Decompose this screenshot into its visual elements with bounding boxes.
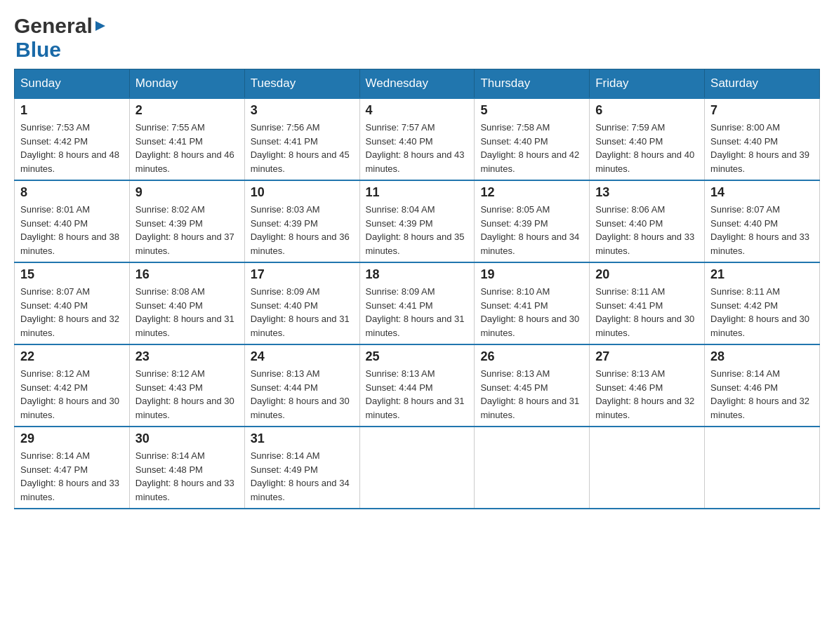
day-info: Sunrise: 8:10 AMSunset: 4:41 PMDaylight:… [480, 286, 579, 338]
day-info: Sunrise: 8:11 AMSunset: 4:42 PMDaylight:… [710, 286, 809, 338]
day-info: Sunrise: 8:09 AMSunset: 4:41 PMDaylight:… [366, 286, 465, 338]
calendar-cell: 4 Sunrise: 7:57 AMSunset: 4:40 PMDayligh… [359, 98, 475, 180]
calendar-cell: 6 Sunrise: 7:59 AMSunset: 4:40 PMDayligh… [590, 98, 705, 180]
calendar-cell: 22 Sunrise: 8:12 AMSunset: 4:42 PMDaylig… [15, 344, 130, 427]
day-number: 26 [480, 349, 583, 364]
calendar-cell: 31 Sunrise: 8:14 AMSunset: 4:49 PMDaylig… [244, 427, 359, 509]
day-number: 8 [20, 185, 124, 200]
weekday-header-row: SundayMondayTuesdayWednesdayThursdayFrid… [15, 69, 820, 99]
calendar-cell: 2 Sunrise: 7:55 AMSunset: 4:41 PMDayligh… [129, 98, 244, 180]
day-number: 30 [135, 431, 239, 446]
day-info: Sunrise: 7:59 AMSunset: 4:40 PMDaylight:… [595, 122, 694, 174]
calendar-cell: 7 Sunrise: 8:00 AMSunset: 4:40 PMDayligh… [705, 98, 820, 180]
calendar-cell: 13 Sunrise: 8:06 AMSunset: 4:40 PMDaylig… [590, 180, 705, 262]
day-info: Sunrise: 8:13 AMSunset: 4:44 PMDaylight:… [366, 368, 465, 420]
day-number: 7 [710, 103, 814, 118]
calendar-cell: 25 Sunrise: 8:13 AMSunset: 4:44 PMDaylig… [359, 344, 475, 427]
day-info: Sunrise: 8:13 AMSunset: 4:45 PMDaylight:… [480, 368, 579, 420]
day-number: 17 [251, 267, 354, 282]
svg-marker-0 [95, 21, 105, 31]
day-info: Sunrise: 8:08 AMSunset: 4:40 PMDaylight:… [135, 286, 234, 338]
day-number: 15 [20, 267, 124, 282]
weekday-header-tuesday: Tuesday [244, 69, 359, 99]
day-number: 3 [251, 103, 354, 118]
day-number: 11 [366, 185, 469, 200]
calendar-cell: 20 Sunrise: 8:11 AMSunset: 4:41 PMDaylig… [590, 262, 705, 344]
day-number: 9 [135, 185, 239, 200]
calendar-cell: 23 Sunrise: 8:12 AMSunset: 4:43 PMDaylig… [129, 344, 244, 427]
day-info: Sunrise: 8:07 AMSunset: 4:40 PMDaylight:… [710, 204, 809, 256]
day-number: 13 [595, 185, 699, 200]
day-info: Sunrise: 8:06 AMSunset: 4:40 PMDaylight:… [595, 204, 694, 256]
page-header: General Blue [14, 14, 820, 62]
day-number: 21 [710, 267, 814, 282]
day-number: 20 [595, 267, 699, 282]
calendar-cell: 3 Sunrise: 7:56 AMSunset: 4:41 PMDayligh… [244, 98, 359, 180]
calendar-cell [359, 427, 475, 509]
logo-blue-text: Blue [15, 38, 61, 61]
day-info: Sunrise: 8:01 AMSunset: 4:40 PMDaylight:… [20, 204, 119, 256]
day-number: 28 [710, 349, 814, 364]
calendar-cell: 29 Sunrise: 8:14 AMSunset: 4:47 PMDaylig… [15, 427, 130, 509]
weekday-header-friday: Friday [590, 69, 705, 99]
day-info: Sunrise: 8:11 AMSunset: 4:41 PMDaylight:… [595, 286, 694, 338]
logo-general-text: General [14, 14, 93, 38]
day-info: Sunrise: 7:58 AMSunset: 4:40 PMDaylight:… [480, 122, 579, 174]
calendar-cell [705, 427, 820, 509]
day-number: 5 [480, 103, 583, 118]
day-number: 19 [480, 267, 583, 282]
day-info: Sunrise: 8:14 AMSunset: 4:48 PMDaylight:… [135, 450, 234, 502]
day-number: 4 [366, 103, 469, 118]
logo-arrow-icon [94, 20, 107, 32]
day-info: Sunrise: 8:13 AMSunset: 4:44 PMDaylight:… [251, 368, 350, 420]
day-info: Sunrise: 8:07 AMSunset: 4:40 PMDaylight:… [20, 286, 119, 338]
day-number: 18 [366, 267, 469, 282]
day-info: Sunrise: 8:02 AMSunset: 4:39 PMDaylight:… [135, 204, 234, 256]
day-number: 10 [251, 185, 354, 200]
calendar-cell: 8 Sunrise: 8:01 AMSunset: 4:40 PMDayligh… [15, 180, 130, 262]
day-number: 27 [595, 349, 699, 364]
day-info: Sunrise: 7:53 AMSunset: 4:42 PMDaylight:… [20, 122, 119, 174]
day-number: 25 [366, 349, 469, 364]
day-info: Sunrise: 8:05 AMSunset: 4:39 PMDaylight:… [480, 204, 579, 256]
day-number: 14 [710, 185, 814, 200]
weekday-header-wednesday: Wednesday [359, 69, 475, 99]
calendar-cell [475, 427, 590, 509]
day-info: Sunrise: 7:55 AMSunset: 4:41 PMDaylight:… [135, 122, 234, 174]
calendar-cell: 24 Sunrise: 8:13 AMSunset: 4:44 PMDaylig… [244, 344, 359, 427]
day-info: Sunrise: 8:03 AMSunset: 4:39 PMDaylight:… [251, 204, 350, 256]
day-info: Sunrise: 8:14 AMSunset: 4:46 PMDaylight:… [710, 368, 809, 420]
week-row-4: 22 Sunrise: 8:12 AMSunset: 4:42 PMDaylig… [15, 344, 820, 427]
calendar-cell: 26 Sunrise: 8:13 AMSunset: 4:45 PMDaylig… [475, 344, 590, 427]
day-info: Sunrise: 8:13 AMSunset: 4:46 PMDaylight:… [595, 368, 694, 420]
calendar-cell: 17 Sunrise: 8:09 AMSunset: 4:40 PMDaylig… [244, 262, 359, 344]
day-info: Sunrise: 7:56 AMSunset: 4:41 PMDaylight:… [251, 122, 350, 174]
day-info: Sunrise: 8:00 AMSunset: 4:40 PMDaylight:… [710, 122, 809, 174]
calendar-cell: 16 Sunrise: 8:08 AMSunset: 4:40 PMDaylig… [129, 262, 244, 344]
day-info: Sunrise: 8:14 AMSunset: 4:47 PMDaylight:… [20, 450, 119, 502]
day-info: Sunrise: 8:14 AMSunset: 4:49 PMDaylight:… [251, 450, 350, 502]
calendar-cell [590, 427, 705, 509]
calendar-cell: 15 Sunrise: 8:07 AMSunset: 4:40 PMDaylig… [15, 262, 130, 344]
calendar-cell: 1 Sunrise: 7:53 AMSunset: 4:42 PMDayligh… [15, 98, 130, 180]
day-number: 1 [20, 103, 124, 118]
day-number: 2 [135, 103, 239, 118]
calendar-cell: 12 Sunrise: 8:05 AMSunset: 4:39 PMDaylig… [475, 180, 590, 262]
weekday-header-saturday: Saturday [705, 69, 820, 99]
calendar-cell: 5 Sunrise: 7:58 AMSunset: 4:40 PMDayligh… [475, 98, 590, 180]
weekday-header-sunday: Sunday [15, 69, 130, 99]
logo: General Blue [14, 14, 107, 62]
calendar-cell: 27 Sunrise: 8:13 AMSunset: 4:46 PMDaylig… [590, 344, 705, 427]
day-info: Sunrise: 8:12 AMSunset: 4:42 PMDaylight:… [20, 368, 119, 420]
day-info: Sunrise: 8:12 AMSunset: 4:43 PMDaylight:… [135, 368, 234, 420]
calendar-cell: 9 Sunrise: 8:02 AMSunset: 4:39 PMDayligh… [129, 180, 244, 262]
week-row-5: 29 Sunrise: 8:14 AMSunset: 4:47 PMDaylig… [15, 427, 820, 509]
calendar-cell: 30 Sunrise: 8:14 AMSunset: 4:48 PMDaylig… [129, 427, 244, 509]
day-number: 23 [135, 349, 239, 364]
calendar-cell: 10 Sunrise: 8:03 AMSunset: 4:39 PMDaylig… [244, 180, 359, 262]
day-number: 24 [251, 349, 354, 364]
calendar-cell: 21 Sunrise: 8:11 AMSunset: 4:42 PMDaylig… [705, 262, 820, 344]
weekday-header-monday: Monday [129, 69, 244, 99]
day-number: 22 [20, 349, 124, 364]
day-number: 6 [595, 103, 699, 118]
